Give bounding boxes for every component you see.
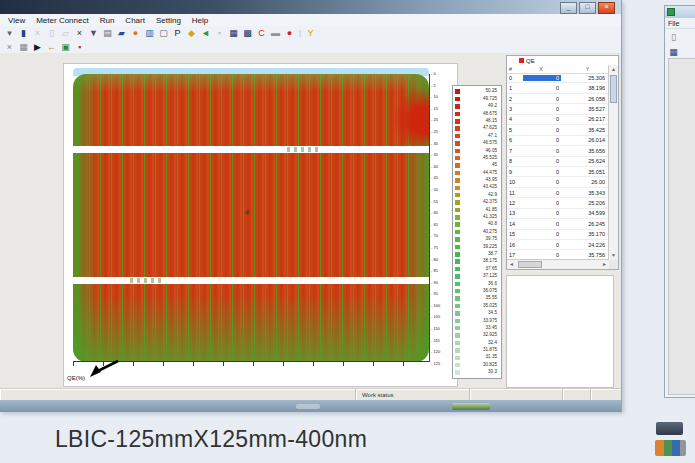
table-row[interactable]: 3035.527 <box>507 104 609 114</box>
scroll-right-icon[interactable]: ► <box>600 260 609 269</box>
table-row[interactable]: 12025.206 <box>507 198 609 208</box>
menu-chart[interactable]: Chart <box>125 16 145 25</box>
x-value-cell[interactable]: 0 <box>523 200 561 206</box>
x-value-cell[interactable]: 0 <box>523 127 561 133</box>
y-value-cell[interactable]: 26.014 <box>561 137 609 143</box>
cut-icon[interactable]: × <box>31 27 44 39</box>
run-icon[interactable]: ◄ <box>199 27 212 39</box>
layers-icon[interactable]: ▣ <box>59 41 72 53</box>
print-icon[interactable]: ▤ <box>101 27 114 39</box>
taskbar-item-icon[interactable] <box>656 422 683 435</box>
x-value-cell[interactable]: 0 <box>523 179 561 185</box>
row-index-cell[interactable]: 13 <box>507 210 523 216</box>
filter-icon[interactable]: ▼ <box>87 27 100 39</box>
row-index-cell[interactable]: 4 <box>507 116 523 122</box>
x-value-cell[interactable]: 0 <box>523 85 561 91</box>
x-value-cell[interactable]: 0 <box>523 190 561 196</box>
x-value-cell[interactable]: 0 <box>523 210 561 216</box>
row-index-cell[interactable]: 6 <box>507 137 523 143</box>
y-value-cell[interactable]: 34.599 <box>561 210 609 216</box>
table-icon[interactable]: ▦ <box>17 41 30 53</box>
y-value-cell[interactable]: 25.206 <box>561 200 609 206</box>
y-value-cell[interactable]: 35.756 <box>561 252 609 258</box>
table-row[interactable]: 2026.058 <box>507 94 609 104</box>
horizontal-scrollbar[interactable]: ◄ ► <box>507 259 609 269</box>
folder-icon[interactable]: ▰ <box>115 27 128 39</box>
y-value-cell[interactable]: 35.343 <box>561 190 609 196</box>
y-value-cell[interactable]: 26.245 <box>561 221 609 227</box>
x-value-cell[interactable]: 0 <box>523 231 561 237</box>
menu-view[interactable]: View <box>8 16 25 25</box>
chart-icon[interactable]: ▥ <box>143 27 156 39</box>
copy-icon[interactable]: ▯ <box>45 27 58 39</box>
p-icon[interactable]: P <box>171 27 184 39</box>
table-row[interactable]: 8025.624 <box>507 157 609 167</box>
close-x-icon[interactable]: × <box>3 41 16 53</box>
table-row[interactable]: 9035.051 <box>507 167 609 177</box>
maximize-button[interactable]: □ <box>579 2 596 14</box>
funnel-icon[interactable]: Y <box>304 27 317 39</box>
x-value-cell[interactable]: 0 <box>523 221 561 227</box>
menu-help[interactable]: Help <box>192 16 208 25</box>
record-icon[interactable]: ● <box>283 27 296 39</box>
table-row[interactable]: 0025.306 <box>507 73 609 83</box>
menu-setting[interactable]: Setting <box>156 16 181 25</box>
secondary-menu-file[interactable]: File <box>665 18 695 29</box>
row-index-cell[interactable]: 3 <box>507 106 523 112</box>
row-index-cell[interactable]: 12 <box>507 200 523 206</box>
row-index-cell[interactable]: 5 <box>507 127 523 133</box>
doc-icon[interactable]: ▯ <box>667 31 680 43</box>
c-icon[interactable]: C <box>255 27 268 39</box>
row-index-cell[interactable]: 10 <box>507 179 523 185</box>
x-value-cell[interactable]: 0 <box>523 137 561 143</box>
x-value-cell[interactable]: 0 <box>523 96 561 102</box>
x-value-cell[interactable]: 0 <box>523 169 561 175</box>
grid-icon[interactable]: ▩ <box>241 27 254 39</box>
x-value-cell[interactable]: 0 <box>523 242 561 248</box>
row-index-cell[interactable]: 11 <box>507 190 523 196</box>
close-button[interactable]: × <box>598 2 615 14</box>
y-value-cell[interactable]: 24.226 <box>561 242 609 248</box>
table-row[interactable]: 14026.245 <box>507 219 609 229</box>
row-index-cell[interactable]: 17 <box>507 252 523 258</box>
scroll-left-icon[interactable]: ◄ <box>507 260 516 269</box>
menu-meter-connect[interactable]: Meter Connect <box>36 16 88 25</box>
table-row[interactable]: 16024.226 <box>507 240 609 250</box>
monitor-icon[interactable]: ▢ <box>157 27 170 39</box>
pause-icon[interactable]: ▬ <box>269 27 282 39</box>
row-index-cell[interactable]: 7 <box>507 148 523 154</box>
x-value-cell[interactable]: 0 <box>523 106 561 112</box>
y-value-cell[interactable]: 35.656 <box>561 148 609 154</box>
qe-heatmap[interactable] <box>73 74 429 362</box>
map-icon[interactable]: ▦ <box>667 46 680 58</box>
x-value-cell[interactable]: 0 <box>523 158 561 164</box>
row-index-cell[interactable]: 0 <box>507 75 523 81</box>
table-row[interactable]: 1038.196 <box>507 83 609 93</box>
menu-run[interactable]: Run <box>100 16 115 25</box>
horizontal-scroll-thumb[interactable] <box>518 261 542 268</box>
x-value-cell[interactable]: 0 <box>523 148 561 154</box>
step-icon[interactable]: ◦ <box>213 27 226 39</box>
minimize-button[interactable]: _ <box>560 2 577 14</box>
pointer-icon[interactable]: ▶ <box>31 41 44 53</box>
vertical-scroll-thumb[interactable] <box>610 75 617 103</box>
row-index-cell[interactable]: 1 <box>507 85 523 91</box>
row-index-cell[interactable]: 15 <box>507 231 523 237</box>
scroll-down-icon[interactable]: ▼ <box>609 251 618 260</box>
table-row[interactable]: 11035.343 <box>507 188 609 198</box>
screens-icon[interactable]: ▦ <box>227 27 240 39</box>
y-value-cell[interactable]: 38.196 <box>561 85 609 91</box>
y-value-cell[interactable]: 25.624 <box>561 158 609 164</box>
colormap-app-icon[interactable] <box>655 440 686 456</box>
row-index-cell[interactable]: 9 <box>507 169 523 175</box>
back-arrow-icon[interactable]: ← <box>45 41 58 53</box>
open-icon[interactable]: ▾ <box>3 27 16 39</box>
y-value-cell[interactable]: 26.00 <box>561 179 609 185</box>
paste-icon[interactable]: ▱ <box>59 27 72 39</box>
table-row[interactable]: 6026.014 <box>507 136 609 146</box>
table-row[interactable]: 4026.217 <box>507 115 609 125</box>
table-row[interactable]: 7035.656 <box>507 146 609 156</box>
qe-map-panel[interactable]: 0510152025303540455055606570758085909510… <box>63 63 458 387</box>
save-icon[interactable]: ▮ <box>17 27 30 39</box>
x-value-cell[interactable]: 0 <box>523 116 561 122</box>
